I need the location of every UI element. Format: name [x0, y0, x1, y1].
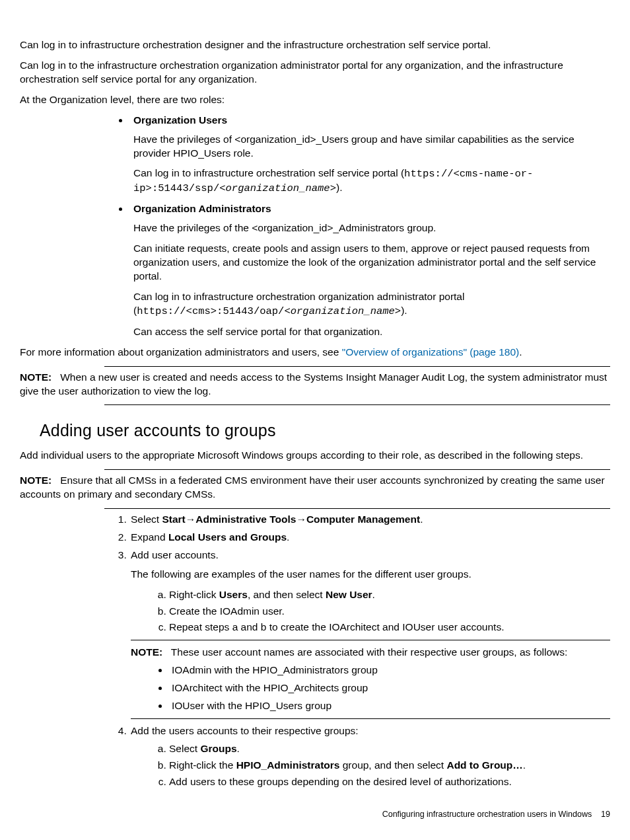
body-text: Can log in to the infrastructure orchest… [20, 59, 610, 87]
substep-item: Add users to these groups depending on t… [169, 775, 610, 789]
substeps-list: Select Groups. Right-click the HPIO_Admi… [131, 742, 610, 789]
list-item-title: Organization Administrators [133, 203, 271, 214]
divider [131, 640, 610, 640]
text: Right-click the [169, 759, 236, 771]
page-footer: Configuring infrastructure orchestration… [20, 809, 610, 820]
text: ). [401, 305, 407, 316]
text: Add user accounts. [131, 549, 219, 560]
text: Can log in to infrastructure orchestrati… [133, 167, 404, 178]
text: . [237, 743, 240, 754]
list-item: Organization Administrators Have the pri… [129, 202, 610, 338]
substep-item: Create the IOAdmin user. [169, 605, 610, 619]
note: NOTE: Ensure that all CMSs in a federate… [20, 474, 610, 502]
list-item-title: Organization Users [133, 114, 227, 126]
text: Select [131, 514, 162, 525]
note-text: Ensure that all CMSs in a federated CMS … [20, 475, 605, 500]
note-label: NOTE: [131, 646, 162, 658]
text: . [519, 346, 522, 358]
body-text: Can log in to infrastructure orchestrati… [133, 290, 610, 319]
step-item: Add user accounts. The following are exa… [129, 549, 610, 719]
step-item: Select Start→Administrative Tools→Comput… [129, 513, 610, 527]
text: group, and then select [339, 759, 446, 771]
bold-text: Start [162, 514, 185, 525]
body-text: Can log in to infrastructure orchestrati… [20, 38, 610, 52]
bold-text: Administrative Tools [195, 514, 296, 525]
body-text: The following are examples of the user n… [131, 568, 610, 582]
list-item: Organization Users Have the privileges o… [129, 114, 610, 196]
text: Select [169, 743, 200, 754]
body-text: Have the privileges of <organization_id>… [133, 133, 610, 161]
text: For more information about organization … [20, 346, 342, 358]
text: ). [336, 182, 342, 193]
page-number: 19 [601, 810, 610, 819]
note-bullet-list: IOAdmin with the HPIO_Administrators gro… [131, 664, 610, 713]
body-text: Can initiate requests, create pools and … [133, 242, 610, 284]
list-item: IOUser with the HPIO_Users group [169, 699, 610, 713]
steps-list: Select Start→Administrative Tools→Comput… [104, 513, 610, 789]
bold-text: Users [219, 589, 248, 600]
text: , and then select [248, 589, 326, 600]
divider [104, 508, 610, 509]
note-text: When a new user is created and needs acc… [20, 371, 607, 397]
body-text: For more information about organization … [20, 346, 610, 360]
body-text: Can access the self service portal for t… [133, 325, 610, 339]
substep-item: Right-click the HPIO_Administrators grou… [169, 759, 610, 773]
list-item: IOArchitect with the HPIO_Architects gro… [169, 681, 610, 695]
bold-text: Local Users and Groups [168, 531, 287, 543]
note: NOTE: These user account names are assoc… [131, 646, 610, 660]
divider [131, 718, 610, 719]
text: . [523, 759, 526, 771]
bold-text: Add to Group… [446, 759, 522, 771]
text: . [287, 531, 289, 543]
bold-text: HPIO_Administrators [236, 759, 340, 771]
text: . [420, 514, 423, 525]
note-text: These user account names are associated … [171, 646, 568, 658]
bold-text: Groups [200, 743, 236, 754]
code-text: <organization_name> [284, 305, 401, 317]
divider [104, 366, 610, 367]
note: NOTE: When a new user is created and nee… [20, 371, 610, 399]
substep-item: Right-click Users, and then select New U… [169, 588, 610, 602]
list-item: IOAdmin with the HPIO_Administrators gro… [169, 664, 610, 677]
text: Expand [131, 531, 168, 543]
note-label: NOTE: [20, 371, 52, 383]
arrow-icon: → [296, 514, 306, 525]
body-text: Have the privileges of the <organization… [133, 221, 610, 235]
text: . [372, 589, 375, 600]
body-text: Add individual users to the appropriate … [20, 449, 610, 463]
footer-text: Configuring infrastructure orchestration… [382, 810, 592, 819]
code-text: https://<cms>:51443/oap/ [137, 305, 284, 317]
divider [104, 469, 610, 470]
step-item: Add the users accounts to their respecti… [129, 724, 610, 789]
bold-text: New User [326, 589, 372, 600]
role-list: Organization Users Have the privileges o… [129, 114, 610, 339]
arrow-icon: → [186, 514, 196, 525]
body-text: Can log in to infrastructure orchestrati… [133, 167, 610, 196]
substeps-list: Right-click Users, and then select New U… [131, 588, 610, 635]
divider [104, 404, 610, 405]
text: Right-click [169, 589, 219, 600]
code-text: <organization_name> [219, 182, 336, 194]
text: Add the users accounts to their respecti… [131, 725, 359, 736]
step-item: Expand Local Users and Groups. [129, 531, 610, 545]
substep-item: Repeat steps a and b to create the IOArc… [169, 621, 610, 634]
cross-ref-link[interactable]: "Overview of organizations" (page 180) [342, 346, 520, 358]
bold-text: Computer Management [306, 514, 420, 525]
substep-item: Select Groups. [169, 742, 610, 756]
note-label: NOTE: [20, 475, 52, 486]
body-text: At the Organization level, there are two… [20, 93, 610, 107]
section-heading: Adding user accounts to groups [40, 420, 610, 442]
